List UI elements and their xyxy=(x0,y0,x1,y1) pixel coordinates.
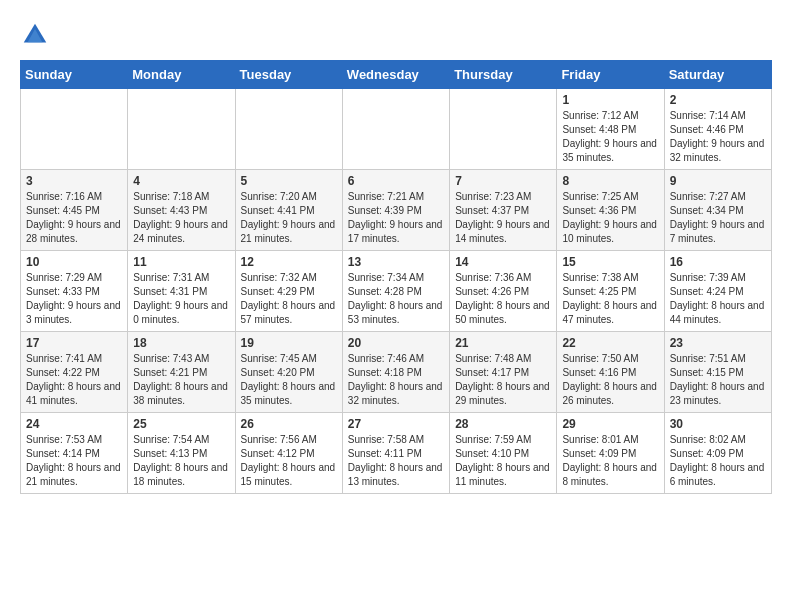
calendar-cell: 25Sunrise: 7:54 AM Sunset: 4:13 PM Dayli… xyxy=(128,413,235,494)
day-info: Sunrise: 7:16 AM Sunset: 4:45 PM Dayligh… xyxy=(26,190,122,246)
day-info: Sunrise: 7:20 AM Sunset: 4:41 PM Dayligh… xyxy=(241,190,337,246)
day-header-monday: Monday xyxy=(128,61,235,89)
day-header-tuesday: Tuesday xyxy=(235,61,342,89)
calendar-cell: 28Sunrise: 7:59 AM Sunset: 4:10 PM Dayli… xyxy=(450,413,557,494)
day-number: 5 xyxy=(241,174,337,188)
calendar-cell: 21Sunrise: 7:48 AM Sunset: 4:17 PM Dayli… xyxy=(450,332,557,413)
calendar-cell: 29Sunrise: 8:01 AM Sunset: 4:09 PM Dayli… xyxy=(557,413,664,494)
calendar-cell: 1Sunrise: 7:12 AM Sunset: 4:48 PM Daylig… xyxy=(557,89,664,170)
day-info: Sunrise: 7:43 AM Sunset: 4:21 PM Dayligh… xyxy=(133,352,229,408)
day-number: 29 xyxy=(562,417,658,431)
calendar-cell: 26Sunrise: 7:56 AM Sunset: 4:12 PM Dayli… xyxy=(235,413,342,494)
day-info: Sunrise: 7:27 AM Sunset: 4:34 PM Dayligh… xyxy=(670,190,766,246)
day-info: Sunrise: 7:54 AM Sunset: 4:13 PM Dayligh… xyxy=(133,433,229,489)
calendar-cell: 13Sunrise: 7:34 AM Sunset: 4:28 PM Dayli… xyxy=(342,251,449,332)
day-number: 18 xyxy=(133,336,229,350)
day-info: Sunrise: 7:32 AM Sunset: 4:29 PM Dayligh… xyxy=(241,271,337,327)
day-number: 28 xyxy=(455,417,551,431)
day-number: 20 xyxy=(348,336,444,350)
page-container: SundayMondayTuesdayWednesdayThursdayFrid… xyxy=(0,0,792,504)
day-info: Sunrise: 7:48 AM Sunset: 4:17 PM Dayligh… xyxy=(455,352,551,408)
calendar-cell: 16Sunrise: 7:39 AM Sunset: 4:24 PM Dayli… xyxy=(664,251,771,332)
calendar-table: SundayMondayTuesdayWednesdayThursdayFrid… xyxy=(20,60,772,494)
calendar-cell: 2Sunrise: 7:14 AM Sunset: 4:46 PM Daylig… xyxy=(664,89,771,170)
logo xyxy=(20,20,54,50)
calendar-cell xyxy=(128,89,235,170)
calendar-cell: 24Sunrise: 7:53 AM Sunset: 4:14 PM Dayli… xyxy=(21,413,128,494)
day-info: Sunrise: 7:36 AM Sunset: 4:26 PM Dayligh… xyxy=(455,271,551,327)
day-number: 26 xyxy=(241,417,337,431)
day-number: 2 xyxy=(670,93,766,107)
week-row-2: 3Sunrise: 7:16 AM Sunset: 4:45 PM Daylig… xyxy=(21,170,772,251)
day-info: Sunrise: 7:53 AM Sunset: 4:14 PM Dayligh… xyxy=(26,433,122,489)
day-info: Sunrise: 8:01 AM Sunset: 4:09 PM Dayligh… xyxy=(562,433,658,489)
day-info: Sunrise: 7:51 AM Sunset: 4:15 PM Dayligh… xyxy=(670,352,766,408)
day-info: Sunrise: 7:31 AM Sunset: 4:31 PM Dayligh… xyxy=(133,271,229,327)
day-number: 8 xyxy=(562,174,658,188)
day-number: 4 xyxy=(133,174,229,188)
calendar-cell: 8Sunrise: 7:25 AM Sunset: 4:36 PM Daylig… xyxy=(557,170,664,251)
day-info: Sunrise: 7:58 AM Sunset: 4:11 PM Dayligh… xyxy=(348,433,444,489)
day-number: 30 xyxy=(670,417,766,431)
day-header-friday: Friday xyxy=(557,61,664,89)
day-info: Sunrise: 7:46 AM Sunset: 4:18 PM Dayligh… xyxy=(348,352,444,408)
day-info: Sunrise: 7:59 AM Sunset: 4:10 PM Dayligh… xyxy=(455,433,551,489)
calendar-cell: 11Sunrise: 7:31 AM Sunset: 4:31 PM Dayli… xyxy=(128,251,235,332)
day-info: Sunrise: 7:25 AM Sunset: 4:36 PM Dayligh… xyxy=(562,190,658,246)
day-info: Sunrise: 7:23 AM Sunset: 4:37 PM Dayligh… xyxy=(455,190,551,246)
day-number: 9 xyxy=(670,174,766,188)
calendar-body: 1Sunrise: 7:12 AM Sunset: 4:48 PM Daylig… xyxy=(21,89,772,494)
day-info: Sunrise: 7:21 AM Sunset: 4:39 PM Dayligh… xyxy=(348,190,444,246)
calendar-cell: 9Sunrise: 7:27 AM Sunset: 4:34 PM Daylig… xyxy=(664,170,771,251)
day-info: Sunrise: 7:18 AM Sunset: 4:43 PM Dayligh… xyxy=(133,190,229,246)
calendar-cell: 7Sunrise: 7:23 AM Sunset: 4:37 PM Daylig… xyxy=(450,170,557,251)
day-info: Sunrise: 8:02 AM Sunset: 4:09 PM Dayligh… xyxy=(670,433,766,489)
week-row-4: 17Sunrise: 7:41 AM Sunset: 4:22 PM Dayli… xyxy=(21,332,772,413)
calendar-cell: 14Sunrise: 7:36 AM Sunset: 4:26 PM Dayli… xyxy=(450,251,557,332)
calendar-cell: 17Sunrise: 7:41 AM Sunset: 4:22 PM Dayli… xyxy=(21,332,128,413)
calendar-cell: 3Sunrise: 7:16 AM Sunset: 4:45 PM Daylig… xyxy=(21,170,128,251)
page-header xyxy=(20,20,772,50)
header-row: SundayMondayTuesdayWednesdayThursdayFrid… xyxy=(21,61,772,89)
day-number: 16 xyxy=(670,255,766,269)
day-number: 11 xyxy=(133,255,229,269)
calendar-cell: 23Sunrise: 7:51 AM Sunset: 4:15 PM Dayli… xyxy=(664,332,771,413)
calendar-cell: 20Sunrise: 7:46 AM Sunset: 4:18 PM Dayli… xyxy=(342,332,449,413)
calendar-cell: 10Sunrise: 7:29 AM Sunset: 4:33 PM Dayli… xyxy=(21,251,128,332)
day-number: 15 xyxy=(562,255,658,269)
week-row-1: 1Sunrise: 7:12 AM Sunset: 4:48 PM Daylig… xyxy=(21,89,772,170)
day-number: 13 xyxy=(348,255,444,269)
calendar-cell xyxy=(21,89,128,170)
day-info: Sunrise: 7:34 AM Sunset: 4:28 PM Dayligh… xyxy=(348,271,444,327)
logo-icon xyxy=(20,20,50,50)
day-number: 6 xyxy=(348,174,444,188)
day-number: 1 xyxy=(562,93,658,107)
calendar-cell: 19Sunrise: 7:45 AM Sunset: 4:20 PM Dayli… xyxy=(235,332,342,413)
day-info: Sunrise: 7:50 AM Sunset: 4:16 PM Dayligh… xyxy=(562,352,658,408)
calendar-cell xyxy=(450,89,557,170)
day-info: Sunrise: 7:56 AM Sunset: 4:12 PM Dayligh… xyxy=(241,433,337,489)
calendar-cell: 22Sunrise: 7:50 AM Sunset: 4:16 PM Dayli… xyxy=(557,332,664,413)
day-number: 21 xyxy=(455,336,551,350)
day-number: 7 xyxy=(455,174,551,188)
day-info: Sunrise: 7:38 AM Sunset: 4:25 PM Dayligh… xyxy=(562,271,658,327)
calendar-cell: 6Sunrise: 7:21 AM Sunset: 4:39 PM Daylig… xyxy=(342,170,449,251)
day-number: 10 xyxy=(26,255,122,269)
calendar-cell xyxy=(342,89,449,170)
day-number: 3 xyxy=(26,174,122,188)
day-header-saturday: Saturday xyxy=(664,61,771,89)
day-info: Sunrise: 7:41 AM Sunset: 4:22 PM Dayligh… xyxy=(26,352,122,408)
calendar-cell: 27Sunrise: 7:58 AM Sunset: 4:11 PM Dayli… xyxy=(342,413,449,494)
calendar-cell: 30Sunrise: 8:02 AM Sunset: 4:09 PM Dayli… xyxy=(664,413,771,494)
week-row-3: 10Sunrise: 7:29 AM Sunset: 4:33 PM Dayli… xyxy=(21,251,772,332)
calendar-cell xyxy=(235,89,342,170)
day-number: 23 xyxy=(670,336,766,350)
day-number: 25 xyxy=(133,417,229,431)
day-number: 12 xyxy=(241,255,337,269)
day-header-thursday: Thursday xyxy=(450,61,557,89)
calendar-cell: 12Sunrise: 7:32 AM Sunset: 4:29 PM Dayli… xyxy=(235,251,342,332)
day-header-sunday: Sunday xyxy=(21,61,128,89)
day-number: 14 xyxy=(455,255,551,269)
week-row-5: 24Sunrise: 7:53 AM Sunset: 4:14 PM Dayli… xyxy=(21,413,772,494)
day-info: Sunrise: 7:14 AM Sunset: 4:46 PM Dayligh… xyxy=(670,109,766,165)
